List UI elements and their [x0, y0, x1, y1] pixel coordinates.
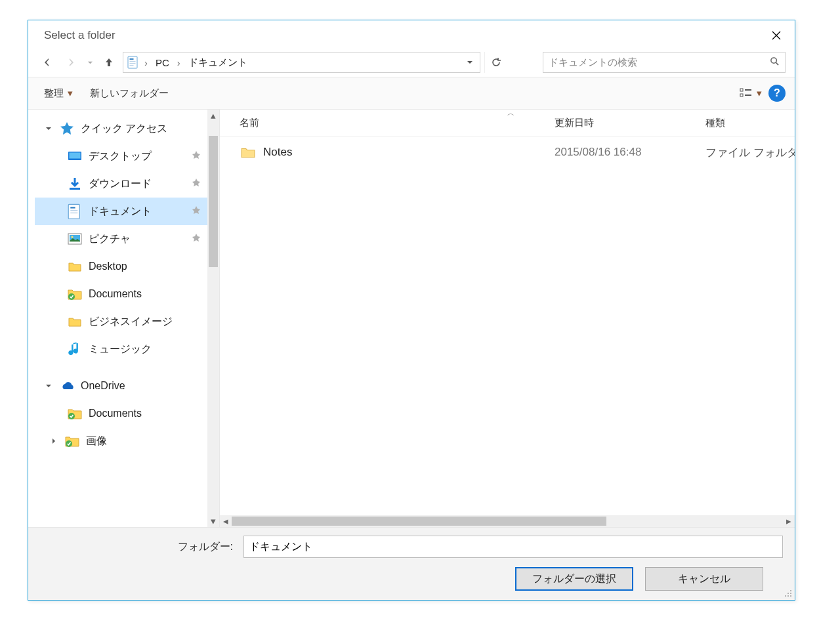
refresh-button[interactable] — [484, 52, 507, 73]
file-list: ︿ 名前 更新日時 種類 Notes 2015/08/16 16:48 ファイル… — [220, 110, 795, 527]
titlebar: Select a folder — [28, 20, 795, 51]
view-options-button[interactable]: ▾ — [736, 82, 766, 104]
svg-point-7 — [771, 58, 776, 63]
file-type: ファイル フォルダ — [705, 145, 795, 160]
organize-menu[interactable]: 整理 ▾ — [37, 82, 79, 104]
scroll-left-icon[interactable]: ◂ — [220, 515, 232, 527]
location-icon — [127, 55, 139, 70]
help-button[interactable]: ? — [768, 85, 786, 102]
tree-label: OneDrive — [81, 380, 203, 392]
expand-icon[interactable] — [44, 383, 53, 389]
svg-line-8 — [776, 62, 778, 65]
file-name: Notes — [263, 146, 555, 159]
svg-rect-19 — [70, 212, 77, 213]
tree-desktop-en[interactable]: Desktop — [35, 253, 219, 280]
col-date[interactable]: 更新日時 — [555, 117, 705, 129]
col-type-label: 種類 — [705, 117, 725, 128]
close-button[interactable] — [761, 22, 792, 49]
back-button[interactable] — [37, 53, 57, 72]
svg-point-28 — [790, 593, 791, 594]
tree-od-images[interactable]: 画像 — [35, 427, 219, 455]
cancel-button[interactable]: キャンセル — [645, 567, 763, 591]
tree-downloads[interactable]: ダウンロード — [35, 170, 219, 198]
folder-icon — [68, 314, 82, 329]
pin-icon — [192, 150, 203, 162]
select-folder-button[interactable]: フォルダーの選択 — [515, 567, 633, 591]
svg-rect-4 — [130, 61, 136, 62]
pin-icon — [192, 178, 203, 190]
tree-documents-en[interactable]: Documents — [35, 280, 219, 308]
select-folder-label: フォルダーの選択 — [532, 572, 616, 586]
new-folder-button[interactable]: 新しいフォルダー — [83, 82, 175, 104]
caret-down-icon: ▾ — [68, 87, 73, 99]
pin-icon — [192, 205, 203, 217]
tree-quick-access[interactable]: クイック アクセス — [35, 115, 219, 142]
history-dropdown[interactable] — [85, 60, 95, 66]
organize-label: 整理 — [44, 87, 64, 100]
new-folder-label: 新しいフォルダー — [90, 87, 169, 100]
expand-icon[interactable] — [49, 438, 58, 444]
scroll-right-icon[interactable]: ▸ — [783, 515, 795, 527]
col-date-label: 更新日時 — [555, 117, 594, 128]
col-type[interactable]: 種類 — [705, 117, 795, 129]
desktop-icon — [68, 149, 82, 163]
folder-select-dialog: Select a folder › PC › ドキュメント — [28, 20, 795, 601]
svg-rect-16 — [68, 204, 79, 219]
up-button[interactable] — [99, 53, 119, 72]
chevron-right-icon: › — [176, 57, 182, 68]
search-placeholder: ドキュメントの検索 — [549, 56, 637, 69]
file-date: 2015/08/16 16:48 — [555, 146, 705, 159]
resize-grip-icon[interactable] — [783, 588, 792, 597]
svg-rect-9 — [740, 89, 743, 91]
view-list-icon — [740, 88, 753, 98]
downloads-icon — [68, 177, 82, 191]
search-box[interactable]: ドキュメントの検索 — [543, 52, 786, 73]
nav-tree: クイック アクセス デスクトップ ダウンロード ドキュメント — [28, 110, 220, 527]
tree-scrollbar[interactable]: ▴ ▾ — [207, 110, 219, 527]
tree-business[interactable]: ビジネスイメージ — [35, 308, 219, 335]
svg-point-27 — [788, 593, 789, 594]
folder-icon — [240, 146, 257, 158]
chevron-down-icon — [87, 60, 93, 66]
scroll-thumb[interactable] — [209, 136, 218, 267]
expand-icon[interactable] — [44, 125, 53, 132]
svg-rect-5 — [130, 63, 136, 64]
tree-label: クイック アクセス — [81, 122, 203, 136]
tree-desktop[interactable]: デスクトップ — [35, 142, 219, 170]
tree-documents[interactable]: ドキュメント — [35, 198, 219, 225]
search-icon — [770, 56, 780, 68]
dialog-title: Select a folder — [44, 29, 116, 42]
music-icon — [68, 342, 82, 356]
tree-label: 画像 — [86, 435, 203, 448]
forward-button[interactable] — [61, 53, 81, 72]
svg-rect-2 — [128, 56, 137, 68]
onedrive-icon — [60, 379, 74, 393]
tree-od-documents[interactable]: Documents — [35, 400, 219, 427]
tree-label: ビジネスイメージ — [89, 315, 203, 329]
tree-music[interactable]: ミュージック — [35, 335, 219, 363]
arrow-right-icon — [66, 57, 76, 68]
folder-icon — [68, 259, 82, 274]
svg-rect-10 — [740, 94, 743, 96]
folder-name-input[interactable] — [243, 536, 783, 558]
content-hscrollbar[interactable]: ◂ ▸ — [220, 515, 795, 527]
scroll-thumb[interactable] — [232, 517, 606, 526]
scroll-down-icon[interactable]: ▾ — [207, 515, 219, 527]
svg-rect-6 — [130, 65, 134, 66]
documents-icon — [68, 204, 82, 219]
breadcrumb-folder[interactable]: ドキュメント — [186, 56, 250, 69]
file-row[interactable]: Notes 2015/08/16 16:48 ファイル フォルダ — [220, 137, 795, 167]
nav-row: › PC › ドキュメント ドキュメントの検索 — [28, 51, 795, 77]
cancel-label: キャンセル — [678, 572, 730, 586]
folder-field-label: フォルダー: — [40, 540, 237, 554]
breadcrumb-pc[interactable]: PC — [153, 57, 172, 68]
col-name[interactable]: 名前 — [240, 117, 555, 129]
tree-label: ダウンロード — [89, 177, 185, 191]
tree-onedrive[interactable]: OneDrive — [35, 372, 219, 400]
quick-access-icon — [60, 121, 74, 136]
tree-pictures[interactable]: ピクチャ — [35, 225, 219, 253]
address-dropdown[interactable] — [464, 59, 476, 66]
svg-point-30 — [788, 595, 789, 597]
address-bar[interactable]: › PC › ドキュメント — [123, 52, 480, 73]
scroll-up-icon[interactable]: ▴ — [207, 110, 219, 121]
